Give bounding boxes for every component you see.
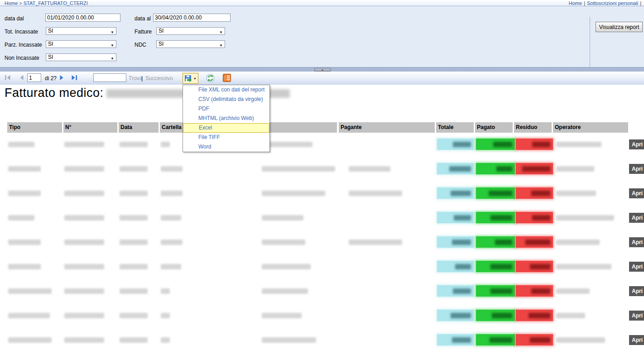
export-menu-item-file[interactable]: File XML con dati del report (183, 85, 269, 95)
top-links-separator-1: | (582, 0, 587, 6)
ndc-select[interactable]: SI ▼ (156, 40, 225, 48)
export-menu-item-pdf[interactable]: PDF (183, 104, 269, 114)
cell-operatore-redacted (556, 337, 605, 343)
refresh-button[interactable] (206, 74, 215, 82)
cell-residuo-value-redacted (525, 240, 550, 245)
cell-data-redacted (120, 142, 148, 147)
cell-tipo-redacted (8, 142, 34, 147)
export-menu-item-mhtml[interactable]: MHTML (archivio Web) (183, 114, 269, 123)
cell-cliente-redacted (262, 166, 335, 172)
fatture-select[interactable]: SI ▼ (156, 27, 225, 35)
subscriptions-link[interactable]: Sottoscrizioni personali (587, 0, 638, 6)
cell-pagante-redacted (349, 240, 402, 245)
cell-totale-value-redacted (454, 215, 471, 221)
cell-operatore-redacted (556, 240, 600, 245)
last-page-button[interactable] (71, 75, 77, 81)
apri-button[interactable]: Apri F (629, 311, 644, 321)
cell-data-redacted (120, 288, 148, 294)
cell-n-redacted (64, 215, 104, 221)
cell-residuo (516, 285, 553, 297)
top-links: Home|Sottoscrizioni personali| (569, 0, 643, 6)
data-feed-button[interactable] (223, 74, 231, 82)
apri-button[interactable]: Apri F (629, 188, 644, 198)
column-header-data: Data (119, 122, 159, 133)
apri-button[interactable]: Apri F (629, 213, 644, 223)
cell-totale (437, 285, 474, 297)
cell-cartella-redacted (161, 337, 170, 343)
tot-incassate-select[interactable]: SI ▼ (46, 27, 116, 35)
last-page-icon (71, 75, 77, 81)
cell-cartella-redacted (161, 191, 183, 196)
cell-data-redacted (120, 240, 148, 245)
cell-pagato-value-redacted (489, 191, 512, 196)
cell-cliente-redacted (262, 240, 305, 245)
cell-pagato-value-redacted (496, 166, 512, 172)
top-links-separator-2: | (638, 0, 643, 6)
cell-cartella-redacted (161, 240, 183, 245)
ndc-value: SI (159, 41, 163, 47)
cell-residuo-value-redacted (530, 337, 550, 343)
cell-totale (437, 310, 474, 321)
non-incassate-select[interactable]: SI ▼ (46, 53, 116, 61)
cell-n-redacted (64, 166, 104, 172)
page-number-input[interactable] (27, 73, 41, 82)
export-menu-item-excel[interactable]: Excel (183, 123, 269, 133)
cell-totale-value-redacted (453, 142, 471, 147)
apri-button[interactable]: Apri F (629, 286, 644, 296)
cell-pagante-redacted (349, 166, 390, 172)
data-al-input[interactable] (153, 14, 231, 22)
cell-data-redacted (120, 166, 148, 172)
cell-pagato (476, 236, 515, 248)
column-header-residuo: Residuo (514, 122, 552, 133)
export-menu-item-word[interactable]: Word (183, 142, 269, 152)
first-page-button[interactable] (5, 75, 11, 81)
data-dal-input[interactable] (45, 14, 120, 22)
breadcrumb-home-link[interactable]: Home (5, 0, 18, 6)
next-page-button[interactable] (59, 75, 65, 81)
home-link[interactable]: Home (569, 0, 582, 6)
cell-n-redacted (64, 142, 104, 147)
fatture-label: Fatture (135, 29, 152, 35)
cell-totale (437, 163, 474, 174)
cell-totale (437, 236, 474, 248)
cell-pagato-value-redacted (490, 215, 512, 221)
apri-button[interactable]: Apri F (629, 139, 644, 149)
search-input[interactable] (93, 73, 126, 82)
report-viewer-page: Home>STAT_FATTURATO_CTERZI Home|Sottoscr… (0, 0, 644, 350)
column-header-n: N° (63, 122, 117, 133)
visualizza-report-button[interactable]: Visualizza report (596, 22, 643, 32)
cell-totale (437, 139, 474, 150)
cell-cliente-redacted (262, 288, 308, 294)
apri-button[interactable]: Apri F (629, 262, 644, 272)
chevron-down-icon: ▼ (111, 55, 114, 62)
cell-pagato (476, 334, 515, 345)
cell-cartella-redacted (161, 264, 181, 269)
export-menu-item-file[interactable]: File TIFF (183, 133, 269, 142)
column-header-tipo: Tipo (7, 122, 62, 133)
find-next-button[interactable]: Successivo (145, 75, 173, 82)
fatture-value: SI (159, 28, 163, 34)
cell-pagato-value-redacted (493, 142, 512, 147)
cell-totale-value-redacted (452, 337, 471, 343)
ndc-label: NDC (135, 42, 146, 48)
cell-residuo-value-redacted (529, 313, 550, 318)
previous-page-button[interactable] (19, 75, 24, 81)
cell-data-redacted (120, 191, 148, 196)
column-header-operatore: Operatore (553, 122, 628, 133)
export-menu-item-csv[interactable]: CSV (delimitato da virgole) (183, 95, 269, 104)
export-button[interactable]: ▼ (183, 73, 198, 84)
cell-pagato (476, 212, 515, 223)
breadcrumb: Home>STAT_FATTURATO_CTERZI (5, 0, 88, 6)
find-button[interactable]: Trova (129, 75, 142, 82)
parz-incassate-select[interactable]: SI ▼ (46, 40, 116, 48)
cell-pagato (476, 187, 515, 199)
chevron-down-icon: ▼ (219, 42, 223, 49)
cell-tipo-redacted (8, 313, 50, 318)
apri-button[interactable]: Apri F (629, 164, 644, 174)
cell-operatore-redacted (556, 313, 585, 318)
apri-button[interactable]: Apri F (629, 335, 644, 345)
collapse-handle[interactable]: ▲ (314, 68, 331, 72)
apri-button[interactable]: Apri F (629, 237, 644, 247)
column-header-pagante: Pagante (339, 122, 435, 133)
cell-pagato-value-redacted (490, 337, 512, 343)
